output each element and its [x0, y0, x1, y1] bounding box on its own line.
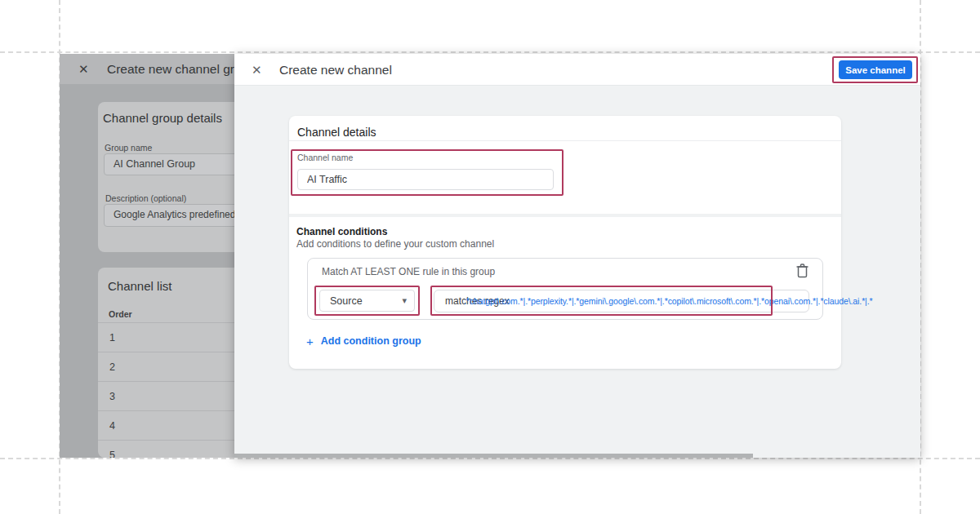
dimension-select-value: Source	[320, 295, 402, 307]
regex-value-overflow: .*chatgpt\.com.*|.*perplexity.*|.*gemini…	[464, 289, 920, 312]
front-dialog-title: Create new channel	[279, 54, 392, 86]
trash-icon	[795, 263, 809, 278]
guide-line-top	[0, 51, 980, 53]
section-divider	[289, 214, 841, 217]
dimension-select[interactable]: Source ▾	[319, 290, 415, 312]
close-icon[interactable]: ✕	[252, 54, 262, 86]
channel-conditions-subheading: Add conditions to define your custom cha…	[296, 238, 494, 250]
card-title: Channel list	[108, 279, 172, 293]
card-title: Channel details	[297, 126, 376, 139]
group-name-label: Group name	[105, 143, 152, 153]
order-column-header: Order	[109, 309, 132, 319]
match-rule-text: Match AT LEAST ONE rule in this group	[322, 266, 495, 277]
close-icon[interactable]: ✕	[78, 54, 89, 84]
card-title: Channel group details	[103, 111, 222, 125]
channel-conditions-heading: Channel conditions	[296, 226, 387, 237]
channel-details-card: Channel details Channel name Channel con…	[289, 116, 841, 369]
chevron-down-icon: ▾	[402, 296, 414, 305]
save-channel-button[interactable]: Save channel	[839, 60, 912, 79]
screenshot-canvas: ✕ Create new channel group Channel group…	[0, 0, 980, 514]
back-dialog-title: Create new channel group	[107, 54, 256, 84]
divider	[289, 140, 841, 141]
delete-condition-group-button[interactable]	[794, 263, 810, 281]
add-condition-group-button[interactable]: + Add condition group	[306, 334, 421, 348]
channel-name-input[interactable]	[297, 169, 554, 190]
guide-line-bottom	[0, 458, 980, 459]
channel-name-label: Channel name	[297, 153, 353, 162]
plus-icon: +	[306, 335, 314, 348]
horizontal-scrollbar[interactable]	[234, 454, 753, 458]
description-label: Description (optional)	[105, 193, 186, 203]
regex-value-text[interactable]: .*chatgpt\.com.*|.*perplexity.*|.*gemini…	[464, 296, 873, 306]
create-new-channel-dialog: ✕ Create new channel Save channel Channe…	[234, 54, 920, 458]
add-condition-group-label: Add condition group	[321, 335, 421, 347]
